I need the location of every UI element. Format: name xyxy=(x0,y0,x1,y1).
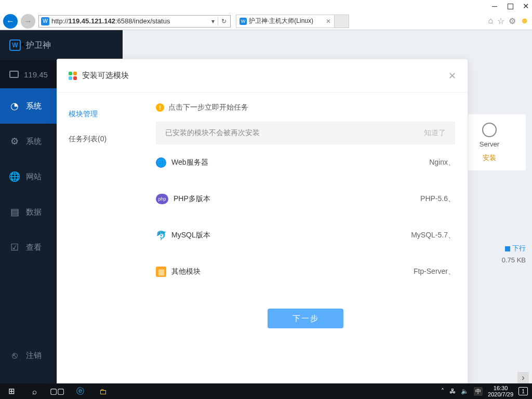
modules-grid-icon xyxy=(69,72,77,80)
modal-sidebar: 模块管理 任务列表(0) xyxy=(57,92,149,399)
php-icon: php xyxy=(156,194,168,204)
folder-icon: ▦ xyxy=(156,267,166,277)
gauge-icon: ◔ xyxy=(9,101,20,111)
net-stat-value: 0.75 KB xyxy=(502,256,526,264)
browser-navbar: ← → W http://119.45.121.142:6588/index/s… xyxy=(0,12,532,30)
mysql-icon: 🐬 xyxy=(156,230,166,241)
service-card-name: Server xyxy=(480,140,499,148)
smile-icon[interactable]: ☻ xyxy=(520,16,529,26)
brand-text: 护卫神 xyxy=(26,40,51,51)
module-name: Web服务器 xyxy=(171,158,429,167)
start-button[interactable]: ⊞ xyxy=(0,383,23,399)
modal-main: ! 点击下一步立即开始任务 已安装的模块不会被再次安装 知道了 🌐 Web服务器… xyxy=(149,92,468,399)
brand: W 护卫神 xyxy=(0,30,123,60)
tab-close-icon[interactable]: ✕ xyxy=(326,18,331,25)
sidebar-item-label: 注销 xyxy=(26,351,42,361)
page-area: W 护卫神 119.45 ◔ 系统 ⚙ 系统 🌐 网站 ▤ 数据 ☑ 查看 ⎋ xyxy=(0,30,532,383)
url-host: 119.45.121.142 xyxy=(69,17,115,25)
tray-sound-icon[interactable]: 🔈 xyxy=(461,388,469,395)
modal-banner-text: 已安装的模块不会被再次安装 xyxy=(165,128,260,138)
module-name: PHP多版本 xyxy=(174,194,420,204)
modal-banner-dismiss[interactable]: 知道了 xyxy=(424,128,446,138)
new-tab-button[interactable] xyxy=(335,15,349,28)
next-button[interactable]: 下一步 xyxy=(268,309,343,328)
module-row-other[interactable]: ▦ 其他模块 Ftp-Server、 xyxy=(156,254,455,290)
clock-time: 16:30 xyxy=(488,385,513,391)
monitor-icon xyxy=(9,71,19,78)
url-prefix: http:// xyxy=(51,17,69,25)
sidebar-item-label: 系统 xyxy=(26,137,42,147)
refresh-icon[interactable]: ↻ xyxy=(220,18,228,25)
gear-icon: ⚙ xyxy=(9,136,20,147)
service-card-action[interactable]: 安装 xyxy=(483,153,496,163)
module-name: MySQL版本 xyxy=(171,231,411,240)
module-value: Ftp-Server、 xyxy=(414,267,455,276)
module-value: PHP-5.6、 xyxy=(420,194,455,204)
window-minimize-button[interactable] xyxy=(491,3,498,9)
logout-icon: ⎋ xyxy=(9,350,20,361)
url-suffix: :6588/index/status xyxy=(115,17,170,25)
sidebar-item-label: 数据 xyxy=(26,207,42,217)
browser-extra-icons: ⌂ ☆ ⚙ ☻ xyxy=(488,16,529,26)
module-value: MySQL-5.7、 xyxy=(411,231,455,240)
module-value: Nginx、 xyxy=(429,158,455,167)
clock-date: 2020/7/29 xyxy=(488,391,513,397)
ip-text: 119.45 xyxy=(24,70,48,79)
modal-tab-tasks[interactable]: 任务列表(0) xyxy=(57,127,149,152)
url-box[interactable]: W http://119.45.121.142:6588/index/statu… xyxy=(38,15,231,28)
module-row-mysql[interactable]: 🐬 MySQL版本 MySQL-5.7、 xyxy=(156,217,455,254)
modal-header: 安装可选模块 ✕ xyxy=(57,59,468,92)
window-titlebar: ✕ xyxy=(0,0,532,12)
search-icon[interactable]: ⌕ xyxy=(23,383,46,399)
modal-title: 安装可选模块 xyxy=(82,71,129,81)
module-rows: 🌐 Web服务器 Nginx、 php PHP多版本 PHP-5.6、 🐬 My… xyxy=(156,144,455,290)
modal-tab-modules[interactable]: 模块管理 xyxy=(57,102,149,127)
globe-icon: 🌐 xyxy=(156,157,166,168)
favorites-icon[interactable]: ☆ xyxy=(497,16,504,26)
site-favicon-icon: W xyxy=(41,17,49,25)
brand-logo-icon: W xyxy=(9,39,21,51)
scroll-right-icon[interactable]: › xyxy=(517,372,529,383)
browser-tab[interactable]: W 护卫神·主机大师(Linux) ✕ xyxy=(236,15,335,28)
home-icon[interactable]: ⌂ xyxy=(488,16,493,26)
window-close-button[interactable]: ✕ xyxy=(523,3,529,9)
tab-strip: W 护卫神·主机大师(Linux) ✕ xyxy=(236,15,349,28)
tab-favicon-icon: W xyxy=(240,18,247,25)
explorer-icon[interactable]: 🗀 xyxy=(91,383,114,399)
tray-network-icon[interactable]: 🖧 xyxy=(449,388,456,395)
modal-hint-text: 点击下一步立即开始任务 xyxy=(168,103,248,112)
install-modal: 安装可选模块 ✕ 模块管理 任务列表(0) ! 点击下一步立即开始任务 已安装的… xyxy=(57,59,468,399)
modal-hint: ! 点击下一步立即开始任务 xyxy=(156,103,455,112)
sidebar-item-label: 查看 xyxy=(26,243,42,252)
module-row-php[interactable]: php PHP多版本 PHP-5.6、 xyxy=(156,181,455,217)
net-stat-label: 下行 xyxy=(502,244,526,253)
taskview-icon[interactable]: ▢▢ xyxy=(46,383,69,399)
modal-banner: 已安装的模块不会被再次安装 知道了 xyxy=(156,122,455,144)
back-button[interactable]: ← xyxy=(3,14,18,29)
window-maximize-button[interactable] xyxy=(507,3,513,9)
net-stat: 下行 0.75 KB xyxy=(502,244,526,264)
forward-button[interactable]: → xyxy=(21,14,35,29)
notification-icon[interactable]: 1 xyxy=(518,387,528,395)
sidebar-item-label: 系统 xyxy=(26,101,42,111)
ime-indicator[interactable]: 中 xyxy=(474,387,483,396)
module-name: 其他模块 xyxy=(171,267,414,276)
taskbar: ⊞ ⌕ ▢▢ ⓔ 🗀 ˄ 🖧 🔈 中 16:30 2020/7/29 1 xyxy=(0,383,532,399)
dropdown-icon[interactable]: ▾ xyxy=(210,18,216,25)
settings-gear-icon[interactable]: ⚙ xyxy=(509,16,516,26)
ie-icon[interactable]: ⓔ xyxy=(69,383,91,399)
tab-title: 护卫神·主机大师(Linux) xyxy=(249,17,313,25)
clock[interactable]: 16:30 2020/7/29 xyxy=(488,385,513,397)
module-row-web[interactable]: 🌐 Web服务器 Nginx、 xyxy=(156,144,455,181)
globe-icon: 🌐 xyxy=(9,171,20,182)
clipboard-icon: ☑ xyxy=(9,242,20,252)
sidebar-item-label: 网站 xyxy=(26,172,42,182)
database-icon: ▤ xyxy=(9,207,20,217)
info-icon: ! xyxy=(156,103,164,112)
tray-up-icon[interactable]: ˄ xyxy=(441,388,444,395)
modal-close-icon[interactable]: ✕ xyxy=(448,70,456,82)
